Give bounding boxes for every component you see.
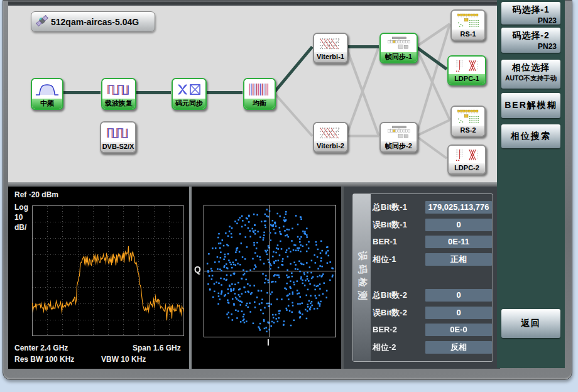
sidebar-button-phase-select[interactable]: 相位选择AUTO不支持手动 xyxy=(501,60,560,89)
frame-sync-icon xyxy=(381,34,417,52)
ber-row-label: 误Bit数-1 xyxy=(373,219,407,231)
node-label: LDPC-1 xyxy=(449,74,485,84)
node-label: Viterbi-2 xyxy=(314,141,347,151)
rs-tree-icon xyxy=(452,107,484,126)
node-frame2[interactable]: 帧同步-2 xyxy=(379,122,418,153)
ber-row-label: BER-1 xyxy=(373,236,397,248)
app-root: 512qam-aircas-5.04G 中频载波恢复码元同步均衡DVB-S2/X… xyxy=(0,0,578,392)
q-axis-label: Q xyxy=(194,264,201,275)
log-scale-value: 10 xyxy=(14,213,23,222)
bandpass-curve-icon xyxy=(32,79,62,99)
node-label: DVB-S2/X xyxy=(101,142,135,152)
ber-row-label: 误Bit数-2 xyxy=(373,307,407,319)
node-mayuan[interactable]: 码元同步 xyxy=(172,78,207,110)
constellation-canvas xyxy=(192,187,341,369)
node-label: 中频 xyxy=(32,99,62,109)
sidebar-button-phase-search[interactable]: 相位搜索 xyxy=(501,124,560,148)
node-label: Viterbi-1 xyxy=(314,52,347,62)
constellation-panel: Q I xyxy=(192,187,341,369)
node-label: RS-1 xyxy=(452,30,484,40)
spectrum-canvas xyxy=(32,205,184,336)
ber-row: 总Bit数-1179,025,113,776 xyxy=(373,201,492,214)
node-dvb[interactable]: DVB-S2/X xyxy=(100,121,136,153)
ber-row: 相位-1正相 xyxy=(373,253,492,266)
square-wave-icon xyxy=(101,122,135,142)
sidebar-button-ber-deambiguity[interactable]: BER解模糊 xyxy=(501,93,560,118)
node-zaibo[interactable]: 载波恢复 xyxy=(101,78,136,110)
node-label: LDPC-2 xyxy=(449,163,485,173)
eye-diagram-icon xyxy=(173,79,205,99)
ber-row: 误Bit数-20 xyxy=(373,307,492,319)
window-frame: 512qam-aircas-5.04G 中频载波恢复码元同步均衡DVB-S2/X… xyxy=(3,0,572,380)
log-label: Log xyxy=(14,203,28,212)
sidebar: 码选择-1PN23码选择-2PN23相位选择AUTO不支持手动BER解模糊相位搜… xyxy=(497,0,565,368)
ber-panel: 误码检测 总Bit数-1179,025,113,776误Bit数-10BER-1… xyxy=(344,187,500,369)
center-freq-label: Center 2.4 GHz xyxy=(14,344,68,352)
frame-sync-icon xyxy=(381,123,417,141)
sidebar-button-code-select-2[interactable]: 码选择-2PN23 xyxy=(501,28,560,53)
node-label: 均衡 xyxy=(244,99,275,109)
ber-row-value: 0 xyxy=(425,289,492,302)
ber-row-label: 总Bit数-2 xyxy=(373,289,407,302)
ber-row-value: 反相 xyxy=(425,341,492,354)
ref-level-label: Ref -20 dBm xyxy=(14,190,58,199)
sidebar-button-code-select-1[interactable]: 码选择-1PN23 xyxy=(501,2,560,24)
ber-row-value: 0E-11 xyxy=(425,236,492,248)
db-per-div-label: dB/ xyxy=(14,223,26,232)
flow-diagram: 512qam-aircas-5.04G 中频载波恢复码元同步均衡DVB-S2/X… xyxy=(8,6,500,182)
ber-row-label: 总Bit数-1 xyxy=(373,201,407,214)
node-junheng[interactable]: 均衡 xyxy=(243,78,276,110)
signal-title: 512qam-aircas-5.04G xyxy=(51,17,139,27)
node-frame1[interactable]: 帧同步-1 xyxy=(379,33,418,63)
node-ldpc1[interactable]: LDPC-1 xyxy=(447,55,486,85)
top-frame-strip xyxy=(8,1,500,6)
square-wave-icon xyxy=(102,79,135,99)
node-rs1[interactable]: RS-1 xyxy=(450,9,486,41)
rs-tree-icon xyxy=(452,11,484,30)
ber-row-value: 179,025,113,776 xyxy=(425,201,492,214)
ber-strip: 误码检测 xyxy=(353,194,371,361)
ber-row: BER-20E-0 xyxy=(373,324,492,336)
node-label: RS-2 xyxy=(452,126,484,136)
ber-row-value: 0E-0 xyxy=(425,324,492,336)
ber-row-value: 0 xyxy=(425,219,492,231)
ber-row-value: 正相 xyxy=(425,253,492,266)
ldpc-matrix-icon xyxy=(449,57,485,74)
node-label: 码元同步 xyxy=(173,99,205,109)
vbw-label: VBW 10 KHz xyxy=(101,355,146,364)
ber-strip-label: 误码检测 xyxy=(356,251,368,304)
node-label: 帧同步-1 xyxy=(381,52,417,62)
equalizer-bars-icon xyxy=(244,79,275,99)
rbw-label: Res BW 100 KHz xyxy=(14,355,74,364)
signal-title-button[interactable]: 512qam-aircas-5.04G xyxy=(31,11,155,32)
bottom-panels: Ref -20 dBm Log 10 dB/ Center 2.4 GHz Sp… xyxy=(8,187,500,369)
ber-row: 误Bit数-10 xyxy=(373,219,492,231)
ldpc-matrix-icon xyxy=(449,146,485,163)
ber-row-label: 相位-1 xyxy=(373,253,396,266)
satellite-icon xyxy=(35,14,49,30)
node-viterbi1[interactable]: Viterbi-1 xyxy=(313,33,348,63)
ber-row: 总Bit数-20 xyxy=(373,289,492,302)
node-label: 帧同步-2 xyxy=(381,141,417,151)
trellis-icon xyxy=(314,34,347,52)
node-ldpc2[interactable]: LDPC-2 xyxy=(447,144,486,175)
ber-row: 相位-2反相 xyxy=(373,341,492,354)
trellis-icon xyxy=(314,123,347,141)
span-label: Span 1.6 GHz xyxy=(133,344,181,352)
spectrum-panel: Ref -20 dBm Log 10 dB/ Center 2.4 GHz Sp… xyxy=(8,187,189,369)
node-label: 载波恢复 xyxy=(102,99,135,109)
ber-row-label: 相位-2 xyxy=(373,341,396,354)
node-rs2[interactable]: RS-2 xyxy=(450,106,486,137)
ber-row: BER-10E-11 xyxy=(373,236,492,248)
ber-row-label: BER-2 xyxy=(373,324,397,336)
ber-row-value: 0 xyxy=(425,307,492,319)
back-button[interactable]: 返回 xyxy=(501,309,560,338)
i-axis-label: I xyxy=(267,337,270,347)
node-viterbi2[interactable]: Viterbi-2 xyxy=(313,122,348,153)
horizontal-divider xyxy=(8,182,500,187)
node-zhongpin[interactable]: 中频 xyxy=(31,78,63,110)
